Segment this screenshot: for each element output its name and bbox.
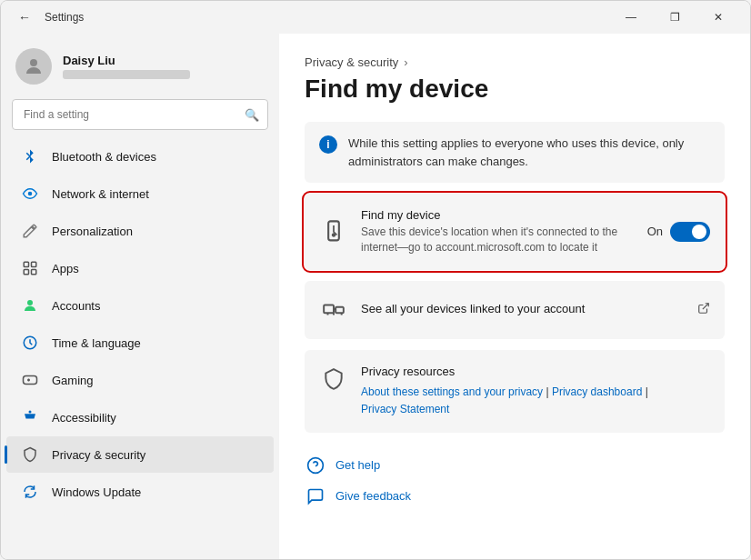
privacy-icon xyxy=(21,445,39,464)
accessibility-icon xyxy=(21,408,39,426)
window-controls: — ❐ ✕ xyxy=(610,3,739,32)
back-button[interactable]: ← xyxy=(12,5,37,30)
search-icon: 🔍 xyxy=(245,108,259,122)
give-feedback-label: Give feedback xyxy=(335,489,411,503)
sidebar-item-accounts[interactable]: Accounts xyxy=(6,287,274,324)
svg-point-9 xyxy=(29,411,32,414)
svg-rect-3 xyxy=(32,262,36,266)
action-links: Get help Give feedback xyxy=(305,451,725,507)
sidebar-item-network[interactable]: Network & internet xyxy=(6,175,274,212)
info-message: While this setting applies to everyone w… xyxy=(348,135,710,170)
sidebar-label-apps: Apps xyxy=(52,262,79,275)
sidebar-label-bluetooth: Bluetooth & devices xyxy=(52,150,156,164)
gaming-icon xyxy=(21,371,39,389)
user-info: Daisy Liu xyxy=(63,54,190,79)
network-icon xyxy=(21,185,39,203)
search-box: 🔍 xyxy=(12,99,268,130)
svg-point-6 xyxy=(27,300,33,305)
resources-icon xyxy=(319,365,348,394)
sidebar-item-privacy[interactable]: Privacy & security xyxy=(6,436,274,473)
search-input[interactable] xyxy=(12,99,268,130)
sidebar-label-privacy: Privacy & security xyxy=(52,448,145,462)
devices-icon xyxy=(319,295,348,325)
svg-rect-2 xyxy=(24,262,28,266)
bluetooth-icon xyxy=(21,147,39,165)
toggle-label: On xyxy=(647,225,663,238)
svg-rect-5 xyxy=(32,270,36,275)
breadcrumb-parent: Privacy & security xyxy=(305,55,398,69)
svg-rect-12 xyxy=(324,305,334,313)
get-help-label: Get help xyxy=(335,458,380,472)
find-device-toggle[interactable] xyxy=(670,222,710,242)
privacy-dashboard-link[interactable]: Privacy dashboard xyxy=(552,385,642,398)
svg-point-11 xyxy=(333,234,335,235)
svg-line-14 xyxy=(703,304,708,309)
user-profile: Daisy Liu xyxy=(1,37,279,99)
sidebar-label-accounts: Accounts xyxy=(52,299,100,313)
avatar xyxy=(15,48,52,85)
resources-title: Privacy resources xyxy=(361,365,648,378)
find-device-toggle-container: On xyxy=(647,222,710,242)
about-settings-link[interactable]: About these settings and your privacy xyxy=(361,385,543,398)
give-feedback-icon xyxy=(305,485,326,507)
time-icon xyxy=(21,334,39,352)
sidebar-item-apps[interactable]: Apps xyxy=(6,250,274,286)
resources-sep2: | xyxy=(642,385,647,398)
resources-sep1: | xyxy=(543,385,552,398)
find-device-info: Find my device Save this device's locati… xyxy=(361,208,635,255)
find-my-device-card: Find my device Save this device's locati… xyxy=(305,194,725,270)
svg-point-0 xyxy=(30,59,37,66)
breadcrumb: Privacy & security › xyxy=(305,55,725,69)
sidebar-item-gaming[interactable]: Gaming xyxy=(6,362,274,398)
accounts-icon xyxy=(21,296,39,315)
get-help-link[interactable]: Get help xyxy=(305,455,725,476)
external-link-icon xyxy=(697,302,710,317)
sidebar-item-time[interactable]: Time & language xyxy=(6,325,274,361)
sidebar: Daisy Liu 🔍 Bluetooth & devices xyxy=(1,34,279,559)
find-device-desc: Save this device's location when it's co… xyxy=(361,225,635,255)
sidebar-item-personalization[interactable]: Personalization xyxy=(6,213,274,249)
svg-rect-4 xyxy=(24,270,28,275)
settings-window: ← Settings — ❐ ✕ Daisy Liu 🔍 xyxy=(0,0,751,560)
main-content: Privacy & security › Find my device i Wh… xyxy=(279,34,750,559)
privacy-resources-card: Privacy resources About these settings a… xyxy=(305,350,725,433)
update-icon xyxy=(21,483,39,501)
minimize-button[interactable]: — xyxy=(610,3,652,32)
sidebar-nav: Bluetooth & devices Network & internet P… xyxy=(1,137,279,511)
svg-point-1 xyxy=(28,192,33,196)
resources-content: Privacy resources About these settings a… xyxy=(361,365,648,418)
privacy-statement-link[interactable]: Privacy Statement xyxy=(361,403,449,415)
titlebar: ← Settings — ❐ ✕ xyxy=(1,1,750,34)
maximize-button[interactable]: ❐ xyxy=(654,3,696,32)
give-feedback-link[interactable]: Give feedback xyxy=(305,485,725,507)
sidebar-label-personalization: Personalization xyxy=(52,225,133,238)
info-icon: i xyxy=(319,135,337,154)
info-card: i While this setting applies to everyone… xyxy=(305,122,725,183)
resources-links: About these settings and your privacy | … xyxy=(361,384,648,418)
sidebar-label-accessibility: Accessibility xyxy=(52,411,116,425)
sidebar-item-update[interactable]: Windows Update xyxy=(6,474,274,510)
sidebar-label-time: Time & language xyxy=(52,336,141,350)
sidebar-item-bluetooth[interactable]: Bluetooth & devices xyxy=(6,138,274,175)
sidebar-label-update: Windows Update xyxy=(52,485,141,499)
get-help-icon xyxy=(305,455,326,476)
find-device-icon xyxy=(319,217,348,246)
sidebar-label-gaming: Gaming xyxy=(52,374,94,387)
user-email xyxy=(63,70,190,79)
user-name: Daisy Liu xyxy=(63,54,190,67)
app-title: Settings xyxy=(45,11,84,24)
apps-icon xyxy=(21,259,39,277)
devices-link-text: See all your devices linked to your acco… xyxy=(361,302,585,315)
sidebar-label-network: Network & internet xyxy=(52,187,149,201)
devices-link-card[interactable]: See all your devices linked to your acco… xyxy=(305,281,725,339)
page-title: Find my device xyxy=(305,75,725,104)
breadcrumb-sep: › xyxy=(404,55,407,69)
close-button[interactable]: ✕ xyxy=(697,3,739,32)
content-area: Daisy Liu 🔍 Bluetooth & devices xyxy=(1,34,750,559)
sidebar-item-accessibility[interactable]: Accessibility xyxy=(6,399,274,435)
svg-rect-13 xyxy=(335,306,344,313)
personalization-icon xyxy=(21,222,39,240)
find-device-name: Find my device xyxy=(361,208,635,222)
